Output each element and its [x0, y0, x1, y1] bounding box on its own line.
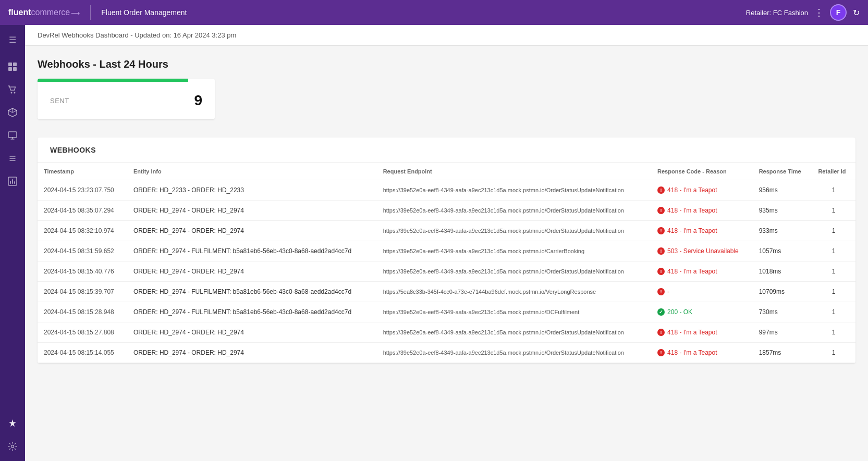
table-row[interactable]: 2024-04-15 08:15:28.948ORDER: HD_2974 - … — [38, 302, 855, 322]
cell-entity: ORDER: HD_2974 - ORDER: HD_2974 — [127, 201, 377, 221]
cell-timestamp: 2024-04-15 08:35:07.294 — [38, 201, 127, 221]
cell-response-code: !418 - I'm a Teapot — [651, 221, 753, 241]
cell-response-code: ✓200 - OK — [651, 302, 753, 322]
svg-rect-6 — [8, 132, 17, 138]
cell-timestamp: 2024-04-15 08:15:28.948 — [38, 302, 127, 322]
stats-card: SENT 9 — [38, 79, 215, 119]
cell-response-time: 1018ms — [753, 261, 812, 282]
cell-timestamp: 2024-04-15 08:15:27.808 — [38, 322, 127, 343]
cell-response-code: !- — [651, 282, 753, 302]
cell-response-code: !418 - I'm a Teapot — [651, 322, 753, 343]
topbar-title: Fluent Order Management — [101, 8, 187, 17]
cell-entity: ORDER: HD_2974 - ORDER: HD_2974 — [127, 322, 377, 343]
cell-endpoint: https://5ea8c33b-345f-4cc0-a73e-e7144ba9… — [377, 282, 651, 302]
cell-endpoint: https://39e52e0a-eef8-4349-aafa-a9ec213c… — [377, 302, 651, 322]
cell-retailer-id: 1 — [812, 241, 855, 261]
webhooks-table: Timestamp Entity Info Request Endpoint R… — [38, 163, 855, 363]
table-row[interactable]: 2024-04-15 08:15:14.055ORDER: HD_2974 - … — [38, 343, 855, 363]
cell-response-code: !503 - Service Unavailable — [651, 241, 753, 261]
sidebar-item-hamburger[interactable]: ☰ — [2, 29, 23, 50]
cell-endpoint: https://39e52e0a-eef8-4349-aafa-a9ec213c… — [377, 180, 651, 201]
cell-endpoint: https://39e52e0a-eef8-4349-aafa-a9ec213c… — [377, 241, 651, 261]
stats-label: SENT — [50, 97, 69, 105]
error-icon: ! — [657, 288, 665, 295]
col-response-code: Response Code - Reason — [651, 163, 753, 180]
cell-endpoint: https://39e52e0a-eef8-4349-aafa-a9ec213c… — [377, 322, 651, 343]
cell-endpoint: https://39e52e0a-eef8-4349-aafa-a9ec213c… — [377, 201, 651, 221]
error-icon: ! — [657, 247, 665, 255]
cell-endpoint: https://39e52e0a-eef8-4349-aafa-a9ec213c… — [377, 343, 651, 363]
response-code-label: 418 - I'm a Teapot — [667, 349, 717, 356]
cell-entity: ORDER: HD_2974 - FULFILMENT: b5a81eb6-56… — [127, 302, 377, 322]
cell-response-code: !418 - I'm a Teapot — [651, 343, 753, 363]
sidebar-item-orders[interactable] — [2, 79, 23, 100]
cell-response-time: 956ms — [753, 180, 812, 201]
cell-retailer-id: 1 — [812, 221, 855, 241]
sidebar-item-inventory[interactable] — [2, 102, 23, 123]
cell-retailer-id: 1 — [812, 282, 855, 302]
sidebar-item-reports[interactable] — [2, 171, 23, 192]
cell-response-time: 730ms — [753, 302, 812, 322]
sidebar-item-settings[interactable] — [2, 436, 23, 457]
svg-rect-0 — [8, 63, 12, 66]
cell-retailer-id: 1 — [812, 343, 855, 363]
avatar[interactable]: F — [830, 4, 847, 21]
col-retailer-id: Retailer Id — [812, 163, 855, 180]
table-row[interactable]: 2024-04-15 08:32:10.974ORDER: HD_2974 - … — [38, 221, 855, 241]
svg-rect-2 — [8, 67, 12, 71]
cell-retailer-id: 1 — [812, 261, 855, 282]
table-row[interactable]: 2024-04-15 08:15:27.808ORDER: HD_2974 - … — [38, 322, 855, 343]
webhooks-section: WEBHOOKS Timestamp Entity Info Request E… — [38, 138, 855, 363]
sidebar-item-list[interactable] — [2, 148, 23, 169]
cell-retailer-id: 1 — [812, 201, 855, 221]
sidebar-item-screens[interactable] — [2, 125, 23, 146]
cell-entity: ORDER: HD_2974 - ORDER: HD_2974 — [127, 343, 377, 363]
success-icon: ✓ — [657, 308, 665, 316]
cell-response-time: 933ms — [753, 221, 812, 241]
topbar-divider — [90, 5, 91, 20]
page-title: Webhooks - Last 24 Hours — [38, 58, 855, 70]
webhooks-header: WEBHOOKS — [38, 138, 855, 163]
svg-rect-3 — [13, 67, 17, 71]
more-options-icon[interactable]: ⋮ — [814, 7, 824, 18]
topbar-right: Retailer: FC Fashion ⋮ F ↻ — [746, 4, 860, 21]
col-timestamp: Timestamp — [38, 163, 127, 180]
sidebar: ☰ — [0, 25, 25, 461]
cell-entity: ORDER: HD_2974 - FULFILMENT: b5a81eb6-56… — [127, 241, 377, 261]
cell-response-time: 997ms — [753, 322, 812, 343]
cell-endpoint: https://39e52e0a-eef8-4349-aafa-a9ec213c… — [377, 221, 651, 241]
col-response-time: Response Time — [753, 163, 812, 180]
cell-entity: ORDER: HD_2974 - ORDER: HD_2974 — [127, 261, 377, 282]
cell-timestamp: 2024-04-15 08:31:59.652 — [38, 241, 127, 261]
retailer-label: Retailer: FC Fashion — [746, 9, 808, 17]
response-code-label: 418 - I'm a Teapot — [667, 268, 717, 275]
refresh-icon[interactable]: ↻ — [853, 8, 860, 18]
stats-value: 9 — [194, 92, 202, 109]
svg-point-5 — [14, 92, 16, 94]
cell-entity: ORDER: HD_2974 - FULFILMENT: b5a81eb6-56… — [127, 282, 377, 302]
error-icon: ! — [657, 349, 665, 356]
cell-response-code: !418 - I'm a Teapot — [651, 201, 753, 221]
response-code-label: 200 - OK — [667, 308, 692, 316]
cell-timestamp: 2024-04-15 08:15:40.776 — [38, 261, 127, 282]
cell-response-time: 1857ms — [753, 343, 812, 363]
sidebar-item-devrel[interactable] — [2, 413, 23, 434]
response-code-label: 418 - I'm a Teapot — [667, 186, 717, 194]
cell-retailer-id: 1 — [812, 180, 855, 201]
table-row[interactable]: 2024-04-15 08:35:07.294ORDER: HD_2974 - … — [38, 201, 855, 221]
table-row[interactable]: 2024-04-15 23:23:07.750ORDER: HD_2233 - … — [38, 180, 855, 201]
cell-response-code: !418 - I'm a Teapot — [651, 261, 753, 282]
sidebar-item-dashboard[interactable] — [2, 56, 23, 77]
table-row[interactable]: 2024-04-15 08:15:40.776ORDER: HD_2974 - … — [38, 261, 855, 282]
table-row[interactable]: 2024-04-15 08:31:59.652ORDER: HD_2974 - … — [38, 241, 855, 261]
cell-response-time: 1057ms — [753, 241, 812, 261]
cell-timestamp: 2024-04-15 08:32:10.974 — [38, 221, 127, 241]
cell-timestamp: 2024-04-15 08:15:39.707 — [38, 282, 127, 302]
logo-text: fluentcommerce⟶ — [8, 8, 80, 17]
cell-retailer-id: 1 — [812, 322, 855, 343]
error-icon: ! — [657, 268, 665, 275]
error-icon: ! — [657, 227, 665, 234]
breadcrumb: DevRel Webhooks Dashboard - Updated on: … — [25, 25, 868, 46]
table-row[interactable]: 2024-04-15 08:15:39.707ORDER: HD_2974 - … — [38, 282, 855, 302]
error-icon: ! — [657, 207, 665, 214]
